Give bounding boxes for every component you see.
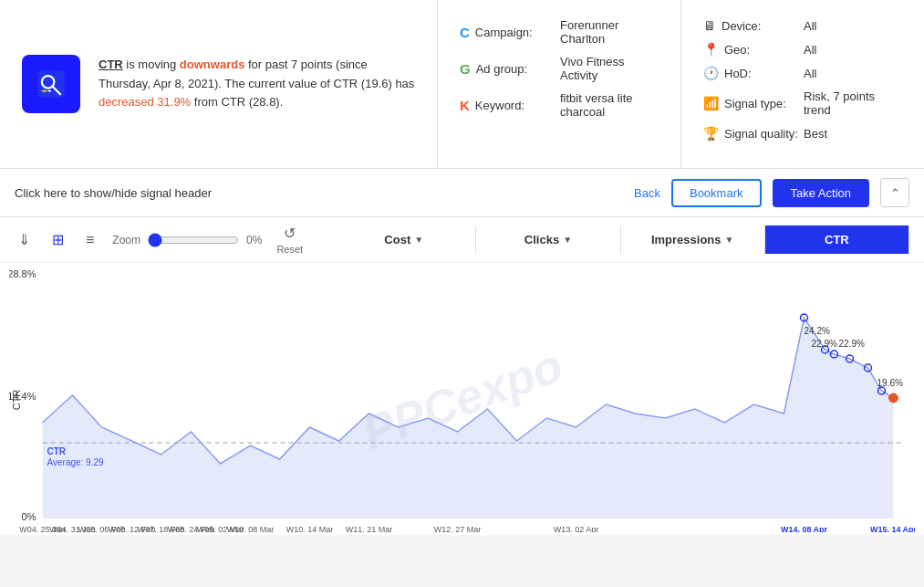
signal-quality-label: Signal quality: xyxy=(724,127,798,141)
cost-label: Cost xyxy=(384,233,410,246)
svg-rect-3 xyxy=(42,90,47,92)
impressions-arrow-icon: ▼ xyxy=(725,235,734,245)
device-icon: 🖥 xyxy=(703,18,716,33)
chart-container: PPCexpo 28.8% 14.4% 0% CTR CTR Average: … xyxy=(0,263,924,535)
chart-toolbar: ⇓ ⊞ ≡ Zoom 0% ↺ Reset Cost ▼ Clicks ▼ Im… xyxy=(0,217,924,263)
campaign-label: Campaign: xyxy=(475,26,533,39)
svg-text:19.6%: 19.6% xyxy=(877,378,903,388)
hod-value: All xyxy=(804,67,816,80)
zoom-slider[interactable] xyxy=(148,233,239,247)
hod-label-cell: 🕐 HoD: xyxy=(703,66,804,80)
adgroup-label: Ad group: xyxy=(476,62,527,76)
svg-text:W14, 08 Apr: W14, 08 Apr xyxy=(781,525,828,532)
svg-text:0%: 0% xyxy=(22,511,36,522)
campaign-info-panel: C Campaign: Forerunner Charlton G Ad gro… xyxy=(438,0,681,168)
msg-is-moving: is moving xyxy=(123,58,180,71)
tab-cost[interactable]: Cost ▼ xyxy=(332,225,476,254)
ctr-icon xyxy=(35,68,67,100)
take-action-button[interactable]: Take Action xyxy=(773,179,870,207)
keyword-value: fitbit versa lite charcoal xyxy=(560,91,659,119)
svg-text:W11, 21 Mar: W11, 21 Mar xyxy=(346,525,393,532)
geo-row: 📍 Geo: All xyxy=(703,42,902,57)
chart-area: ⇓ ⊞ ≡ Zoom 0% ↺ Reset Cost ▼ Clicks ▼ Im… xyxy=(0,217,924,535)
clicks-arrow-icon: ▼ xyxy=(563,235,572,245)
signal-type-icon: 📶 xyxy=(703,96,719,110)
show-hide-label: Click here to show/hide signal header xyxy=(15,186,623,200)
hod-label: HoD: xyxy=(724,67,752,80)
cost-arrow-icon: ▼ xyxy=(414,235,423,245)
hod-row: 🕐 HoD: All xyxy=(703,66,902,80)
alert-header: CTR is moving downwards for past 7 point… xyxy=(0,0,924,169)
ctr-tab-label: CTR xyxy=(825,233,849,246)
geo-label-cell: 📍 Geo: xyxy=(703,42,804,57)
device-row: 🖥 Device: All xyxy=(703,18,902,33)
direction-text: downwards xyxy=(180,58,245,71)
svg-text:W10, 08 Mar: W10, 08 Mar xyxy=(227,525,275,532)
signal-type-row: 📶 Signal type: Risk, 7 points trend xyxy=(703,89,902,117)
action-bar-right: Back Bookmark Take Action ⌃ xyxy=(634,178,909,207)
signal-info-panel: 🖥 Device: All 📍 Geo: All 🕐 HoD: All xyxy=(681,0,924,168)
decrease-text: decreased 31.9% xyxy=(99,95,191,109)
chart-svg: 28.8% 14.4% 0% CTR CTR Average: 9.29 xyxy=(9,263,915,532)
reset-label: Reset xyxy=(276,244,303,255)
svg-text:28.8%: 28.8% xyxy=(9,268,36,279)
back-button[interactable]: Back xyxy=(634,186,660,200)
collapse-button[interactable]: ⌃ xyxy=(880,178,909,207)
geo-label: Geo: xyxy=(724,43,750,57)
device-label: Device: xyxy=(722,19,761,33)
signal-type-label: Signal type: xyxy=(724,97,786,110)
campaign-label-cell: C Campaign: xyxy=(460,25,560,40)
svg-text:22.9%: 22.9% xyxy=(812,339,837,349)
tab-clicks[interactable]: Clicks ▼ xyxy=(476,225,620,254)
signal-quality-label-cell: 🏆 Signal quality: xyxy=(703,126,804,141)
keyword-label-cell: K Keyword: xyxy=(460,98,560,113)
zoom-section: Zoom 0% xyxy=(112,233,262,247)
adgroup-value: Vivo Fitness Activity xyxy=(560,55,659,82)
ctr-label: CTR xyxy=(99,58,123,71)
signal-type-value: Risk, 7 points trend xyxy=(804,89,902,117)
svg-text:W12, 27 Mar: W12, 27 Mar xyxy=(434,525,482,532)
campaign-row: C Campaign: Forerunner Charlton xyxy=(460,18,659,46)
geo-value: All xyxy=(804,43,816,57)
filter-icon[interactable]: ≡ xyxy=(82,228,98,252)
grid-icon[interactable]: ⊞ xyxy=(48,227,67,252)
keyword-row: K Keyword: fitbit versa lite charcoal xyxy=(460,91,659,119)
adgroup-row: G Ad group: Vivo Fitness Activity xyxy=(460,55,659,82)
svg-text:24.2%: 24.2% xyxy=(805,326,830,336)
svg-text:W15, 14 Apr: W15, 14 Apr xyxy=(870,525,915,532)
bookmark-button[interactable]: Bookmark xyxy=(671,179,762,207)
signal-type-label-cell: 📶 Signal type: xyxy=(703,96,804,110)
k-icon: K xyxy=(460,98,470,113)
metric-tabs: Cost ▼ Clicks ▼ Impressions ▼ CTR xyxy=(332,225,909,254)
signal-quality-row: 🏆 Signal quality: Best xyxy=(703,126,902,141)
svg-text:W10, 14 Mar: W10, 14 Mar xyxy=(286,525,334,532)
alert-left-panel: CTR is moving downwards for past 7 point… xyxy=(0,0,438,168)
svg-text:W13, 02 Apr: W13, 02 Apr xyxy=(554,525,599,532)
reset-icon: ↺ xyxy=(284,225,296,242)
hod-icon: 🕐 xyxy=(703,66,719,80)
download-icon[interactable]: ⇓ xyxy=(15,227,34,252)
tab-impressions[interactable]: Impressions ▼ xyxy=(621,225,765,254)
c-icon: C xyxy=(460,25,470,40)
adgroup-label-cell: G Ad group: xyxy=(460,61,560,77)
impressions-label: Impressions xyxy=(651,233,722,246)
clicks-label: Clicks xyxy=(524,233,559,246)
signal-quality-value: Best xyxy=(804,127,827,141)
tab-ctr[interactable]: CTR xyxy=(765,225,909,254)
alert-right-panel: C Campaign: Forerunner Charlton G Ad gro… xyxy=(438,0,924,168)
chevron-up-icon: ⌃ xyxy=(890,186,900,200)
reset-button[interactable]: ↺ Reset xyxy=(276,225,303,255)
device-label-cell: 🖥 Device: xyxy=(703,18,804,33)
g-icon: G xyxy=(460,61,471,77)
zoom-label: Zoom xyxy=(112,234,140,246)
svg-rect-4 xyxy=(48,90,51,92)
keyword-label: Keyword: xyxy=(475,99,524,112)
geo-icon: 📍 xyxy=(703,42,719,57)
action-bar: Click here to show/hide signal header Ba… xyxy=(0,169,924,217)
zoom-value: 0% xyxy=(246,234,262,246)
alert-description: CTR is moving downwards for past 7 point… xyxy=(99,56,415,112)
ctr-icon-box xyxy=(22,55,80,113)
msg-from: from CTR (28.8). xyxy=(191,95,283,109)
signal-quality-icon: 🏆 xyxy=(703,126,719,141)
svg-text:CTR: CTR xyxy=(11,390,22,411)
